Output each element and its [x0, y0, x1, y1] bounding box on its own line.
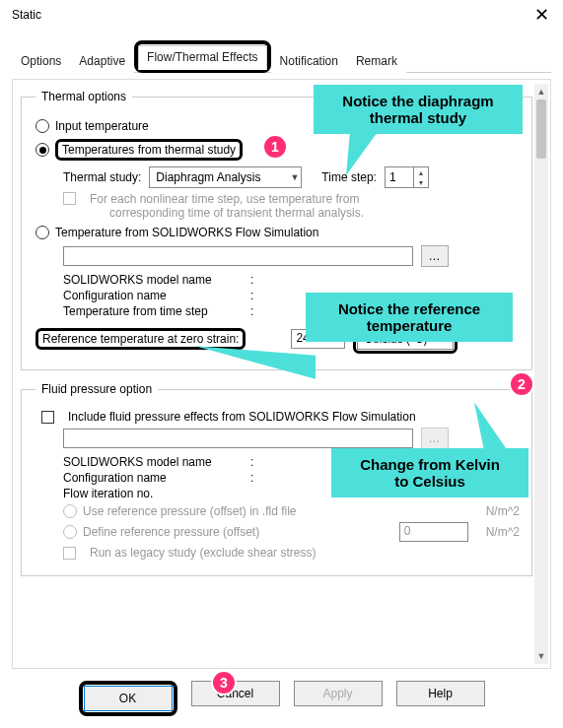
spinner-up-icon[interactable]: ▲ — [414, 167, 428, 177]
tab-notification[interactable]: Notification — [271, 49, 347, 73]
scroll-down-icon[interactable]: ▼ — [534, 648, 548, 664]
include-fluid-label: Include fluid pressure effects from SOLI… — [68, 410, 416, 424]
browse-button[interactable]: … — [421, 245, 449, 267]
scroll-up-icon[interactable]: ▲ — [534, 84, 548, 99]
close-icon[interactable]: ✕ — [528, 6, 555, 24]
radio-label: Temperatures from thermal study — [55, 139, 243, 161]
callout-ref-temp: Notice the reference temperature — [306, 293, 513, 342]
time-step-value[interactable] — [386, 167, 413, 187]
kv-model-name: SOLIDWORKS model name: — [63, 273, 520, 287]
legend-fluid-pressure: Fluid pressure option — [35, 382, 158, 396]
ok-button[interactable]: OK — [84, 686, 173, 711]
radio-icon — [63, 525, 77, 539]
callout-diaphragm: Notice the diaphragm thermal study — [314, 85, 523, 134]
pressure-unit: N/m^2 — [486, 525, 520, 539]
badge-2: 2 — [509, 371, 534, 397]
radio-label: Temperature from SOLIDWORKS Flow Simulat… — [55, 226, 318, 239]
include-fluid-checkbox[interactable] — [41, 411, 54, 424]
radio-label: Input temperature — [55, 119, 149, 133]
radio-icon — [35, 143, 49, 157]
callout-unit: Change from Kelvin to Celsius — [331, 448, 528, 497]
titlebar: Static ✕ — [0, 0, 563, 26]
nonlinear-checkbox — [63, 192, 76, 205]
chevron-down-icon: ▼ — [290, 172, 299, 182]
pressure-unit: N/m^2 — [486, 504, 520, 518]
badge-3: 3 — [211, 670, 237, 695]
define-ref-pressure-input: 0 — [399, 522, 468, 542]
window-title: Static — [12, 8, 41, 22]
thermal-study-value: Diaphragm Analysis — [156, 170, 260, 184]
scroll-thumb[interactable] — [536, 99, 546, 159]
dialog-button-row: OK Cancel Apply Help — [0, 681, 563, 716]
flow-sim-path-input[interactable] — [63, 246, 413, 266]
tab-remark[interactable]: Remark — [347, 49, 406, 73]
tab-strip: Options Adaptive Flow/Thermal Effects No… — [12, 39, 551, 73]
run-legacy-label: Run as legacy study (exclude shear stres… — [90, 546, 316, 560]
legend-thermal-options: Thermal options — [35, 90, 132, 103]
help-button[interactable]: Help — [396, 681, 485, 706]
radio-icon — [35, 226, 49, 239]
thermal-study-dropdown[interactable]: Diaphragm Analysis ▼ — [149, 166, 302, 188]
fluid-path-input[interactable] — [63, 429, 413, 448]
browse-button: … — [421, 428, 449, 449]
use-ref-pressure-label: Use reference pressure (offset) in .fld … — [83, 504, 297, 518]
spinner-down-icon[interactable]: ▼ — [414, 177, 428, 187]
tab-adaptive[interactable]: Adaptive — [70, 49, 134, 73]
radio-temp-from-flow[interactable]: Temperature from SOLIDWORKS Flow Simulat… — [35, 226, 520, 239]
time-step-spinner[interactable]: ▲ ▼ — [385, 166, 429, 188]
apply-button: Apply — [294, 681, 383, 706]
radio-icon — [35, 119, 49, 133]
badge-1: 1 — [262, 134, 288, 160]
radio-icon — [63, 504, 77, 518]
define-ref-pressure-label: Define reference pressure (offset) — [83, 525, 259, 539]
thermal-study-label: Thermal study: — [63, 170, 141, 184]
run-legacy-checkbox — [63, 547, 76, 560]
tab-content: Thermal options Input temperature Temper… — [12, 79, 551, 669]
scrollbar[interactable]: ▲ ▼ — [534, 84, 548, 664]
tab-options[interactable]: Options — [12, 49, 70, 73]
tab-flow-thermal[interactable]: Flow/Thermal Effects — [138, 45, 266, 70]
nonlinear-note: For each nonlinear time step, use temper… — [90, 192, 364, 220]
